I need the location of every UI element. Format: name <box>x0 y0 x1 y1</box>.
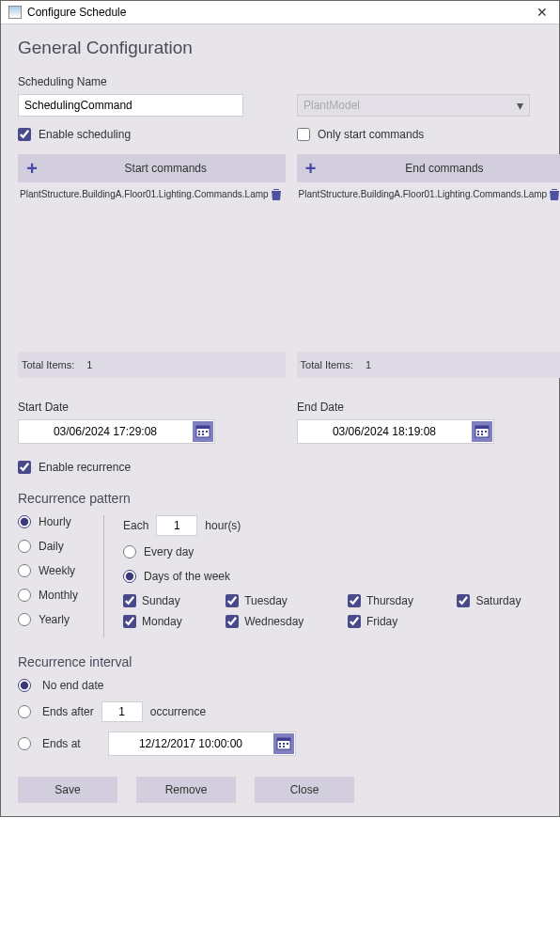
svg-rect-5 <box>198 433 200 435</box>
svg-rect-1 <box>196 426 210 429</box>
pattern-yearly-label[interactable]: Yearly <box>39 613 70 626</box>
svg-rect-20 <box>283 746 285 747</box>
pattern-weekly-radio[interactable] <box>18 564 31 577</box>
recurrence-pattern-title: Recurrence pattern <box>18 491 542 506</box>
model-select-value: PlantModel <box>303 99 360 112</box>
svg-rect-9 <box>477 431 479 433</box>
svg-rect-12 <box>477 433 479 435</box>
app-icon <box>8 6 22 19</box>
pattern-weekly-label[interactable]: Weekly <box>39 564 75 577</box>
days-of-week-label[interactable]: Days of the week <box>144 570 230 583</box>
saturday-checkbox[interactable] <box>457 594 470 607</box>
page-title: General Configuration <box>18 38 542 58</box>
sunday-checkbox[interactable] <box>123 594 136 607</box>
monday-checkbox[interactable] <box>123 615 136 628</box>
days-of-week-radio[interactable] <box>123 570 136 583</box>
each-unit: hour(s) <box>205 519 241 532</box>
enable-scheduling-checkbox[interactable] <box>18 128 31 141</box>
ends-after-radio[interactable] <box>18 705 31 718</box>
add-start-command-button[interactable]: + <box>20 156 44 181</box>
svg-rect-3 <box>202 431 204 433</box>
pattern-yearly-radio[interactable] <box>18 613 31 626</box>
model-select[interactable]: PlantModel ▾ <box>297 94 530 117</box>
svg-rect-10 <box>481 431 483 433</box>
end-command-item[interactable]: PlantStructure.BuildingA.Floor01.Lightin… <box>297 182 560 205</box>
close-button[interactable]: Close <box>255 777 354 803</box>
ends-at-radio[interactable] <box>18 737 31 750</box>
pattern-daily-label[interactable]: Daily <box>39 540 64 553</box>
enable-recurrence-checkbox[interactable] <box>18 461 31 474</box>
svg-rect-4 <box>206 431 208 433</box>
svg-rect-15 <box>277 738 290 741</box>
enable-scheduling-label[interactable]: Enable scheduling <box>39 128 131 141</box>
start-date-label: Start Date <box>18 401 263 414</box>
svg-rect-11 <box>485 431 487 433</box>
ends-after-label[interactable]: Ends after <box>42 705 94 718</box>
recurrence-interval-title: Recurrence interval <box>18 654 542 669</box>
start-command-text: PlantStructure.BuildingA.Floor01.Lightin… <box>20 189 269 199</box>
titlebar: Configure Schedule ✕ <box>1 1 559 24</box>
calendar-icon[interactable] <box>472 421 492 442</box>
pattern-daily-radio[interactable] <box>18 540 31 553</box>
each-value-input[interactable] <box>156 515 197 536</box>
occurrence-label: occurrence <box>150 705 206 718</box>
no-end-date-label[interactable]: No end date <box>42 679 103 692</box>
svg-rect-19 <box>279 746 281 747</box>
svg-rect-18 <box>287 743 288 745</box>
start-commands-label: Start commands <box>46 162 286 175</box>
tuesday-checkbox[interactable] <box>226 594 239 607</box>
window-title: Configure Schedule <box>27 6 533 19</box>
end-date-label: End Date <box>297 401 542 414</box>
each-label: Each <box>123 519 148 532</box>
start-command-item[interactable]: PlantStructure.BuildingA.Floor01.Lightin… <box>18 182 286 205</box>
ends-at-label[interactable]: Ends at <box>42 737 101 750</box>
every-day-radio[interactable] <box>123 545 136 558</box>
trash-icon[interactable] <box>547 186 560 201</box>
start-date-input[interactable] <box>19 425 192 438</box>
save-button[interactable]: Save <box>18 777 117 803</box>
svg-rect-16 <box>279 743 281 745</box>
every-day-label[interactable]: Every day <box>144 545 194 558</box>
pattern-monthly-label[interactable]: Monthly <box>39 589 78 602</box>
svg-rect-2 <box>198 431 200 433</box>
svg-rect-6 <box>202 433 204 435</box>
ends-at-input[interactable] <box>109 737 272 750</box>
only-start-label[interactable]: Only start commands <box>318 128 424 141</box>
scheduling-name-label: Scheduling Name <box>18 75 263 88</box>
pattern-monthly-radio[interactable] <box>18 589 31 602</box>
start-commands-footer: Total Items: 1 <box>18 352 286 378</box>
end-command-text: PlantStructure.BuildingA.Floor01.Lightin… <box>299 189 548 199</box>
end-commands-label: End commands <box>325 162 560 175</box>
remove-button[interactable]: Remove <box>136 777 236 803</box>
calendar-icon[interactable] <box>273 733 294 754</box>
start-commands-header: + Start commands <box>18 154 286 182</box>
enable-recurrence-label[interactable]: Enable recurrence <box>39 461 131 474</box>
end-commands-footer: Total Items: 1 <box>297 352 560 378</box>
calendar-icon[interactable] <box>193 421 213 442</box>
chevron-down-icon: ▾ <box>517 98 523 113</box>
end-commands-header: + End commands <box>297 154 560 182</box>
svg-rect-13 <box>481 433 483 435</box>
close-icon[interactable]: ✕ <box>533 5 552 20</box>
wednesday-checkbox[interactable] <box>226 615 239 628</box>
no-end-date-radio[interactable] <box>18 679 31 692</box>
thursday-checkbox[interactable] <box>348 594 361 607</box>
add-end-command-button[interactable]: + <box>299 156 323 181</box>
ends-after-input[interactable] <box>101 701 143 722</box>
pattern-hourly-radio[interactable] <box>18 515 31 528</box>
scheduling-name-input[interactable] <box>18 94 243 117</box>
only-start-checkbox[interactable] <box>297 128 310 141</box>
svg-rect-8 <box>475 426 489 429</box>
end-date-input[interactable] <box>298 425 471 438</box>
svg-rect-17 <box>283 743 285 745</box>
trash-icon[interactable] <box>269 186 284 201</box>
pattern-hourly-label[interactable]: Hourly <box>39 515 71 528</box>
friday-checkbox[interactable] <box>348 615 361 628</box>
